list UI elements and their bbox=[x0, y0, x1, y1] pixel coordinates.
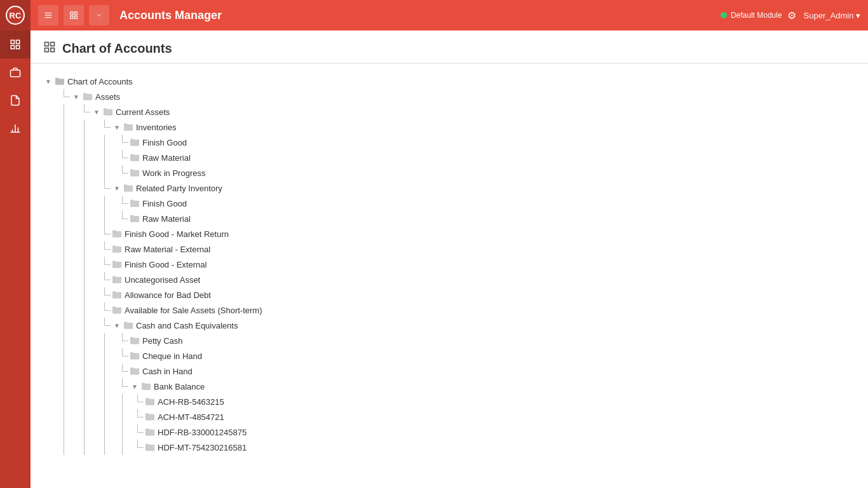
apps-button[interactable] bbox=[64, 5, 84, 25]
user-menu[interactable]: Super_Admin ▾ bbox=[804, 11, 860, 20]
tree-node-work-in-progress[interactable]: Work in Progress bbox=[43, 165, 855, 180]
tree-node-rm-external[interactable]: Raw Material - External bbox=[43, 241, 855, 257]
folder-icon-cash-equivalents bbox=[123, 321, 133, 330]
expander-current-assets[interactable]: ▼ bbox=[92, 107, 102, 117]
vline bbox=[58, 424, 71, 440]
expander-root[interactable]: ▼ bbox=[43, 76, 53, 86]
tree-node-root[interactable]: ▼ Chart of Accounts bbox=[43, 74, 855, 89]
folder-icon-uncategorised bbox=[112, 275, 122, 284]
vline bbox=[79, 394, 92, 409]
node-label-ach-mt: ACH-MT-4854721 bbox=[158, 412, 224, 422]
vline bbox=[79, 150, 92, 165]
folder-icon-rp-finish-good bbox=[130, 199, 140, 208]
tree-node-hdf-rb[interactable]: HDF-RB-330001245875 bbox=[43, 424, 855, 440]
node-label-available-sale: Available for Sale Assets (Short-term) bbox=[125, 306, 262, 315]
tree-node-cash-equivalents[interactable]: ▼ Cash and Cash Equivalents bbox=[43, 318, 855, 333]
folder-icon-inventories bbox=[123, 123, 133, 132]
folder-icon-allowance-bad-debt bbox=[112, 290, 122, 299]
app-title: Accounts Manager bbox=[119, 9, 715, 22]
tree-node-raw-material[interactable]: Raw Material bbox=[43, 150, 855, 165]
node-label-raw-material: Raw Material bbox=[142, 153, 191, 163]
vline bbox=[99, 196, 112, 211]
svg-rect-15 bbox=[74, 12, 77, 15]
vline bbox=[79, 333, 92, 348]
tree-node-finish-good[interactable]: Finish Good bbox=[43, 135, 855, 150]
vline bbox=[58, 394, 71, 409]
tree-node-rp-finish-good[interactable]: Finish Good bbox=[43, 196, 855, 211]
sidebar-item-home[interactable] bbox=[0, 30, 31, 58]
folder-icon-cheque-in-hand bbox=[130, 351, 140, 360]
tree-container: ▼ Chart of Accounts ▼ Assets bbox=[31, 64, 868, 465]
folder-icon-finish-good bbox=[130, 138, 140, 147]
svg-rect-17 bbox=[74, 16, 77, 18]
node-label-current-assets: Current Assets bbox=[116, 107, 170, 117]
vline bbox=[117, 409, 130, 424]
vline bbox=[79, 226, 92, 241]
node-label-allowance-bad-debt: Allowance for Bad Debt bbox=[125, 290, 211, 300]
expander-cash-equivalents[interactable]: ▼ bbox=[112, 320, 122, 330]
vline bbox=[58, 135, 71, 150]
tree-node-bank-balance[interactable]: ▼ Bank Balance bbox=[43, 379, 855, 394]
expander-related-party[interactable]: ▼ bbox=[112, 183, 122, 193]
node-label-cash-in-hand: Cash in Hand bbox=[142, 367, 193, 376]
svg-rect-5 bbox=[17, 46, 20, 49]
sidebar-item-briefcase[interactable] bbox=[0, 58, 31, 86]
hamburger-button[interactable] bbox=[38, 5, 58, 25]
tree-node-ach-mt[interactable]: ACH-MT-4854721 bbox=[43, 409, 855, 424]
expander-bank-balance[interactable]: ▼ bbox=[130, 381, 140, 391]
page-icon bbox=[43, 41, 56, 57]
vline bbox=[99, 440, 112, 455]
logo: RC bbox=[0, 0, 31, 30]
folder-icon-hdf-rb bbox=[145, 428, 155, 437]
svg-rect-6 bbox=[11, 70, 20, 77]
tree-node-uncategorised[interactable]: Uncategorised Asset bbox=[43, 272, 855, 287]
sidebar-item-chart[interactable] bbox=[0, 114, 31, 142]
chevron-button[interactable] bbox=[89, 5, 109, 25]
connector bbox=[132, 440, 145, 455]
vline bbox=[58, 333, 71, 348]
tree-node-fg-external[interactable]: Finish Good - External bbox=[43, 257, 855, 272]
tree-node-assets[interactable]: ▼ Assets bbox=[43, 89, 855, 104]
expander-assets[interactable]: ▼ bbox=[71, 92, 81, 102]
tree-node-inventories[interactable]: ▼ Inventories bbox=[43, 119, 855, 135]
tree-node-related-party[interactable]: ▼ Related Party Inventory bbox=[43, 180, 855, 196]
vline bbox=[79, 196, 92, 211]
node-label-work-in-progress: Work in Progress bbox=[142, 168, 205, 178]
node-label-hdf-rb: HDF-RB-330001245875 bbox=[158, 428, 247, 437]
settings-icon[interactable]: ⚙ bbox=[787, 10, 796, 22]
expander-inventories[interactable]: ▼ bbox=[112, 122, 122, 132]
tree-node-petty-cash[interactable]: Petty Cash bbox=[43, 333, 855, 348]
folder-icon-raw-material bbox=[130, 153, 140, 162]
tree-node-allowance-bad-debt[interactable]: Allowance for Bad Debt bbox=[43, 287, 855, 302]
tree-node-cash-in-hand[interactable]: Cash in Hand bbox=[43, 363, 855, 379]
vline bbox=[99, 363, 112, 379]
connector bbox=[99, 287, 112, 302]
vline bbox=[99, 379, 112, 394]
folder-icon-ach-rb bbox=[145, 397, 155, 406]
connector bbox=[132, 394, 145, 409]
node-label-cash-equivalents: Cash and Cash Equivalents bbox=[136, 321, 238, 330]
tree-node-ach-rb[interactable]: ACH-RB-5463215 bbox=[43, 394, 855, 409]
vline bbox=[99, 394, 112, 409]
node-label-rp-finish-good: Finish Good bbox=[142, 199, 187, 208]
sidebar-item-files[interactable] bbox=[0, 86, 31, 114]
connector bbox=[99, 119, 112, 135]
tree-node-hdf-mt[interactable]: HDF-MT-754230216581 bbox=[43, 440, 855, 455]
tree-node-rp-raw-material[interactable]: Raw Material bbox=[43, 211, 855, 226]
vline bbox=[117, 424, 130, 440]
vline bbox=[99, 409, 112, 424]
svg-rect-20 bbox=[45, 48, 49, 52]
vline bbox=[79, 424, 92, 440]
folder-icon-work-in-progress bbox=[130, 168, 140, 177]
page-header: Chart of Accounts bbox=[31, 30, 868, 64]
vline bbox=[58, 318, 71, 333]
vline bbox=[58, 379, 71, 394]
tree-node-cheque-in-hand[interactable]: Cheque in Hand bbox=[43, 348, 855, 363]
vline bbox=[79, 272, 92, 287]
vline bbox=[79, 379, 92, 394]
connector bbox=[117, 150, 130, 165]
tree-node-available-sale[interactable]: Available for Sale Assets (Short-term) bbox=[43, 302, 855, 318]
folder-icon-assets bbox=[83, 92, 93, 101]
tree-node-fg-market-return[interactable]: Finish Good - Market Return bbox=[43, 226, 855, 241]
tree-node-current-assets[interactable]: ▼ Current Assets bbox=[43, 104, 855, 119]
